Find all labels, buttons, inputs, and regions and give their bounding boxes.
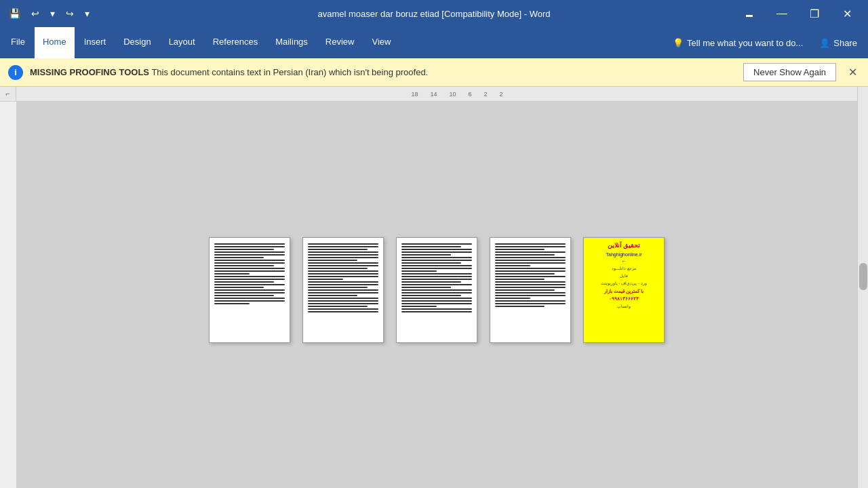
window-controls: 🗕 — ❐ ✕: [734, 0, 863, 27]
text-line: [308, 246, 378, 247]
ad-formats: ورد - پی‌دی‌اف - پاورپوینت: [601, 281, 647, 286]
page-1-content: [210, 238, 290, 310]
text-line: [308, 243, 378, 245]
tab-view[interactable]: View: [363, 27, 399, 58]
text-line: [401, 300, 472, 302]
text-line: [401, 260, 472, 261]
text-line: [401, 249, 472, 250]
text-line: [214, 279, 285, 280]
ruler-mark: 14: [430, 91, 437, 98]
text-line: [308, 298, 378, 299]
text-line: [495, 268, 566, 269]
text-line: [308, 270, 378, 272]
text-line: [495, 279, 545, 280]
text-line: [308, 254, 378, 256]
text-line: [495, 270, 566, 272]
ruler-mark: 2: [484, 91, 488, 98]
text-line: [308, 292, 378, 293]
undo-dropdown[interactable]: ▾: [47, 5, 58, 22]
restore-button[interactable]: ❐: [799, 0, 830, 27]
text-line: [401, 292, 472, 293]
text-line: [214, 298, 285, 299]
page-2-content: [303, 238, 383, 318]
scroll-thumb[interactable]: [859, 263, 867, 290]
redo-button[interactable]: ↪: [62, 5, 77, 22]
tab-review[interactable]: Review: [317, 27, 363, 58]
text-line: [401, 246, 461, 247]
text-line: [495, 246, 566, 247]
close-button[interactable]: ✕: [831, 0, 863, 27]
text-line: [308, 295, 357, 296]
text-line: [401, 284, 472, 285]
text-line: [401, 257, 472, 258]
text-line: [214, 265, 274, 266]
page-4: [490, 237, 571, 343]
ad-title: تحقیق آنلاین: [608, 242, 641, 250]
text-line: [214, 281, 274, 283]
tab-file[interactable]: File: [3, 27, 33, 58]
info-close-button[interactable]: ✕: [846, 66, 860, 79]
ad-suffix: واتساپ: [617, 304, 631, 309]
text-line: [214, 243, 285, 245]
text-line: [495, 306, 545, 307]
tab-layout[interactable]: Layout: [161, 27, 203, 58]
info-detail: This document contains text in Persian (…: [149, 67, 428, 77]
text-line: [308, 273, 378, 274]
text-line: [401, 311, 472, 312]
tab-mailings[interactable]: Mailings: [267, 27, 316, 58]
text-line: [214, 284, 285, 285]
share-button[interactable]: 👤 Share: [811, 27, 865, 58]
save-button[interactable]: 💾: [5, 5, 24, 22]
text-line: [495, 287, 566, 288]
text-line: [495, 289, 555, 291]
qat-dropdown[interactable]: ▾: [81, 5, 93, 22]
text-line: [214, 262, 285, 264]
page-2: [302, 237, 384, 343]
text-line: [214, 300, 285, 302]
ruler-mark: 2: [500, 91, 503, 98]
text-line: [401, 262, 461, 264]
never-show-again-button[interactable]: Never Show Again: [743, 63, 836, 81]
ad-sub2: فایل: [620, 273, 628, 279]
vertical-scrollbar[interactable]: [857, 87, 868, 488]
text-line: [308, 306, 368, 307]
text-line: [401, 279, 472, 280]
ribbon: File Home Insert Design Layout Reference…: [0, 27, 868, 58]
undo-button[interactable]: ↩: [28, 5, 43, 22]
info-icon: i: [8, 65, 23, 80]
text-line: [214, 254, 285, 256]
text-line: [495, 257, 566, 258]
text-line: [401, 268, 472, 269]
page-4-content: [490, 238, 570, 312]
tell-me-input[interactable]: 💡 Tell me what you want to do...: [666, 27, 810, 58]
tab-insert[interactable]: Insert: [76, 27, 115, 58]
text-line: [308, 262, 378, 264]
text-line: [214, 287, 264, 288]
text-line: [308, 284, 378, 285]
text-line: [214, 270, 285, 272]
tab-design[interactable]: Design: [115, 27, 159, 58]
text-line: [214, 257, 264, 258]
text-line: [401, 287, 451, 288]
share-label: Share: [833, 38, 857, 48]
page-1: [209, 237, 290, 343]
window-title: avamel moaser dar boruz etiad [Compatibi…: [318, 9, 551, 19]
ruler-mark: 10: [449, 91, 456, 98]
ribbon-minimize-button[interactable]: 🗕: [734, 0, 765, 27]
text-line: [214, 246, 285, 247]
page-3-content: [397, 238, 477, 318]
minimize-button[interactable]: —: [766, 0, 797, 27]
tab-references[interactable]: References: [205, 27, 266, 58]
text-line: [495, 249, 545, 250]
text-line: [401, 295, 461, 296]
text-line: [214, 295, 274, 296]
text-line: [401, 281, 461, 283]
ad-site: Tahghighonline.ir: [606, 252, 642, 257]
text-line: [308, 268, 368, 269]
ruler-corner: ⌐: [0, 87, 16, 102]
text-line: [401, 289, 472, 291]
text-line: [308, 308, 378, 310]
tab-home[interactable]: Home: [35, 27, 75, 58]
document-canvas[interactable]: تحقیق آنلاین Tahghighonline.ir ← مرجع دا…: [16, 102, 857, 488]
ruler-mark: 6: [469, 91, 472, 98]
